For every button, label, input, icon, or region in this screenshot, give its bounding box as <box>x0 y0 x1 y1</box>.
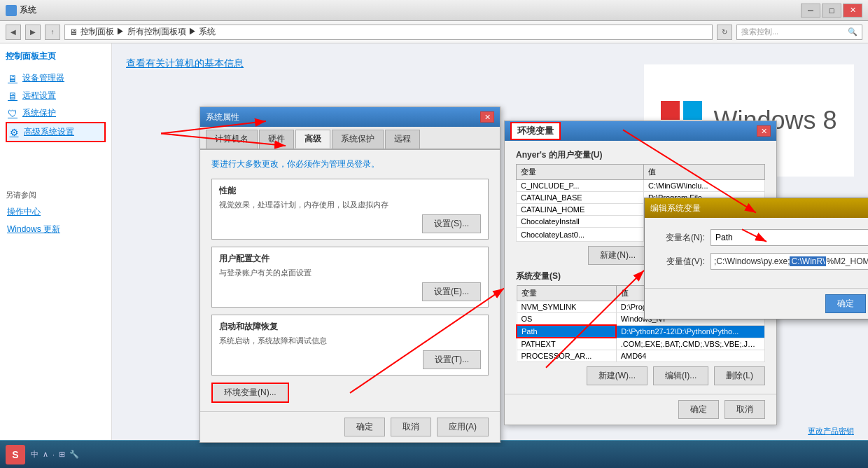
editvar-value-container: ;C:\Windows\py.exe;C:\WinR\%M2_HOME <box>710 253 868 270</box>
sys-delete-btn[interactable]: 删除(L) <box>714 366 765 385</box>
ime-tool[interactable]: 🔧 <box>69 450 79 459</box>
user-vars-title: Anyer's 的用户变量(U) <box>516 149 765 161</box>
ime-grid[interactable]: ⊞ <box>59 450 65 459</box>
path-text: 控制面板 ▶ 所有控制面板项 ▶ 系统 <box>80 26 216 38</box>
tab-system-protection[interactable]: 系统保护 <box>332 130 384 149</box>
win8-square-tr <box>683 101 702 120</box>
taskbar-app-icon[interactable]: S <box>6 445 25 464</box>
user-new-btn[interactable]: 新建(N)... <box>588 246 648 265</box>
userprofile-section: 用户配置文件 与登录账户有关的桌面设置 设置(E)... <box>211 247 489 308</box>
search-icon: 🔍 <box>848 27 858 36</box>
profile-settings-btn[interactable]: 设置(E)... <box>422 282 481 301</box>
sysprop-cancel-btn[interactable]: 取消 <box>391 418 431 436</box>
sidebar-item-protection[interactable]: 🛡 系统保护 <box>6 104 106 122</box>
var-value: .COM;.EXE;.BAT;.CMD;.VBS;.VBE;.JS;.JSE;.… <box>616 338 764 350</box>
remote-icon: 🖥 <box>7 90 18 102</box>
win8-square-tl <box>661 101 680 120</box>
search-box[interactable]: 搜索控制... 🔍 <box>736 25 862 40</box>
var-name-path: Path <box>517 325 616 338</box>
path-icon: 🖥 <box>69 27 78 37</box>
sidebar-link-action-center[interactable]: 操作中心 <box>6 203 106 221</box>
ime-arrow: ∧ <box>43 450 48 459</box>
tab-advanced[interactable]: 高级 <box>295 130 330 149</box>
refresh-button[interactable]: ↻ <box>717 25 732 40</box>
sidebar-item-label: 高级系统设置 <box>24 126 74 138</box>
var-value: AMD64 <box>616 350 764 362</box>
envvar-cancel-btn[interactable]: 取消 <box>724 400 765 419</box>
var-name: OS <box>517 313 616 326</box>
value-text-part2: %M2_HOME <box>826 256 868 266</box>
sys-new-btn[interactable]: 新建(W)... <box>587 366 648 385</box>
device-manager-icon: 🖥 <box>7 73 18 84</box>
search-placeholder: 搜索控制... <box>741 27 778 37</box>
startup-settings-btn[interactable]: 设置(T)... <box>423 350 481 369</box>
titlebar-controls: ─ □ ✕ <box>801 4 862 18</box>
ime-dot: · <box>52 450 55 459</box>
editvar-ok-btn[interactable]: 确定 <box>825 294 866 313</box>
sidebar-item-device-manager[interactable]: 🖥 设备管理器 <box>6 69 106 87</box>
sysprop-footer: 确定 取消 应用(A) <box>200 411 500 442</box>
performance-section: 性能 视觉效果，处理器计划，内存使用，以及虚拟内存 设置(S)... <box>211 179 489 240</box>
maximize-button[interactable]: □ <box>822 4 841 18</box>
sysprop-apply-btn[interactable]: 应用(A) <box>437 418 489 436</box>
env-var-button[interactable]: 环境变量(N)... <box>211 383 289 403</box>
table-row[interactable]: C_INCLUDE_P... C:\MinGW\inclu... <box>517 180 765 192</box>
sidebar: 控制面板主页 🖥 设备管理器 🖥 远程设置 🛡 系统保护 ⚙ 高级系统设置 另请… <box>0 43 112 447</box>
ime-zh[interactable]: 中 <box>31 449 38 460</box>
var-name: PROCESSOR_AR... <box>517 350 616 362</box>
envvar-title: 环境变量 <box>510 122 561 140</box>
editvar-name-input[interactable] <box>710 229 868 246</box>
sysprop-close[interactable]: ✕ <box>480 111 494 123</box>
protection-icon: 🛡 <box>7 108 18 119</box>
sidebar-item-advanced[interactable]: ⚙ 高级系统设置 <box>6 122 106 142</box>
col-var-name: 变量 <box>517 165 644 180</box>
sysprop-ok-btn[interactable]: 确定 <box>344 418 385 436</box>
close-button[interactable]: ✕ <box>843 4 862 18</box>
envvar-titlebar: 环境变量 ✕ <box>505 121 776 141</box>
titlebar-title: 系统 <box>20 4 36 16</box>
tab-hardware[interactable]: 硬件 <box>259 130 294 149</box>
win8-link[interactable]: 更改产品密钥 <box>808 426 854 436</box>
var-name: C_INCLUDE_P... <box>517 180 644 192</box>
sidebar-item-remote[interactable]: 🖥 远程设置 <box>6 87 106 104</box>
perf-desc: 视觉效果，处理器计划，内存使用，以及虚拟内存 <box>219 200 481 210</box>
sysprop-title: 系统属性 <box>206 111 239 123</box>
var-name: ChocolateyLast0... <box>517 228 644 242</box>
also-see-title: 另请参阅 <box>6 190 106 200</box>
taskbar-system: 中 ∧ · ⊞ 🔧 <box>31 449 79 460</box>
forward-button[interactable]: ▶ <box>25 25 41 40</box>
taskbar-icon-letter: S <box>12 449 18 460</box>
envvar-close[interactable]: ✕ <box>757 125 771 137</box>
editvar-value-label: 变量值(V): <box>656 256 705 268</box>
up-button[interactable]: ↑ <box>45 25 60 40</box>
envvar-footer: 确定 取消 <box>505 394 776 425</box>
var-name: PATHEXT <box>517 338 616 350</box>
startup-section: 启动和故障恢复 系统启动，系统故障和调试信息 设置(T)... <box>211 315 489 376</box>
var-name: CATALINA_BASE <box>517 192 644 204</box>
sysprop-body: 要进行大多数更改，你必须作为管理员登录。 性能 视觉效果，处理器计划，内存使用，… <box>200 150 500 411</box>
sidebar-title: 控制面板主页 <box>6 50 106 62</box>
var-value: C:\MinGW\inclu... <box>643 180 764 192</box>
tab-computer-name[interactable]: 计算机名 <box>206 130 258 149</box>
editvar-name-label: 变量名(N): <box>656 232 705 244</box>
sidebar-item-label: 远程设置 <box>22 90 56 102</box>
minimize-button[interactable]: ─ <box>801 4 820 18</box>
table-row-path[interactable]: Path D:\Python27-12\D:\Python\Pytho... <box>517 325 765 338</box>
sysprop-titlebar: 系统属性 ✕ <box>200 107 500 127</box>
startup-title: 启动和故障恢复 <box>219 321 481 333</box>
value-text-part1: ;C:\Windows\py.exe; <box>714 256 790 266</box>
table-row[interactable]: PROCESSOR_AR... AMD64 <box>517 350 765 362</box>
sys-edit-btn[interactable]: 编辑(I)... <box>653 366 708 385</box>
sidebar-link-windows-update[interactable]: Windows 更新 <box>6 221 106 238</box>
table-row[interactable]: PATHEXT .COM;.EXE;.BAT;.CMD;.VBS;.VBE;.J… <box>517 338 765 350</box>
back-button[interactable]: ◀ <box>6 25 21 40</box>
editvar-body: 变量名(N): 变量值(V): ;C:\Windows\py.exe;C:\Wi… <box>645 218 868 288</box>
editvar-titlebar: 编辑系统变量 ✕ <box>645 198 868 218</box>
sysprop-tabs: 计算机名 硬件 高级 系统保护 远程 <box>200 127 500 150</box>
perf-settings-btn[interactable]: 设置(S)... <box>422 214 481 233</box>
sysprop-dialog: 系统属性 ✕ 计算机名 硬件 高级 系统保护 远程 要进行大多数更改，你必须作为… <box>200 106 500 443</box>
address-path[interactable]: 🖥 控制面板 ▶ 所有控制面板项 ▶ 系统 <box>64 25 713 40</box>
var-name: CATALINA_HOME <box>517 204 644 216</box>
envvar-ok-btn[interactable]: 确定 <box>678 400 719 419</box>
tab-remote[interactable]: 远程 <box>385 130 420 149</box>
